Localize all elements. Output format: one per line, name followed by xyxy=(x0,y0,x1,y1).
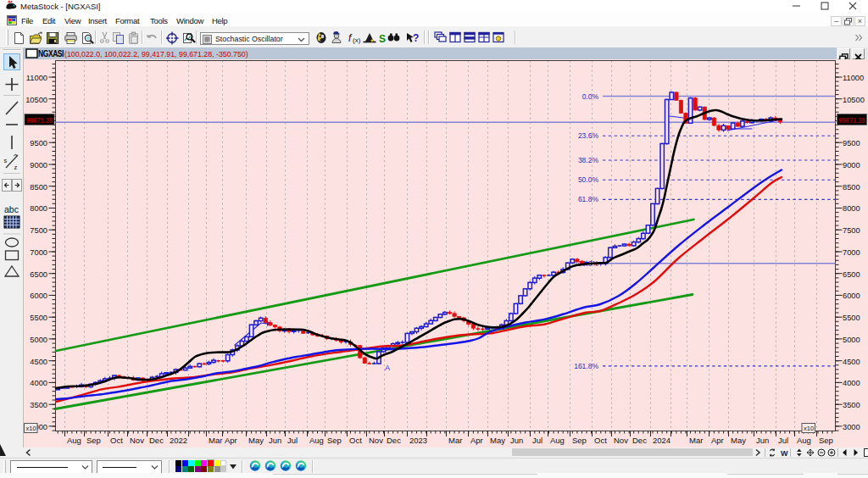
svg-text:May: May xyxy=(731,436,746,445)
svg-text:Apr: Apr xyxy=(711,436,724,445)
svg-text:Sep: Sep xyxy=(572,436,587,445)
svg-text:0.0%: 0.0% xyxy=(582,92,599,101)
svg-text:A: A xyxy=(385,364,390,372)
svg-text:2023: 2023 xyxy=(409,436,427,445)
svg-text:2022: 2022 xyxy=(170,436,187,445)
svg-text:Mar: Mar xyxy=(209,436,222,445)
svg-text:Mar: Mar xyxy=(448,436,462,445)
svg-text:9000: 9000 xyxy=(30,161,47,170)
svg-text:50.0%: 50.0% xyxy=(578,175,599,184)
svg-text:8500: 8500 xyxy=(843,183,860,192)
svg-text:Aug: Aug xyxy=(309,436,324,445)
svg-text:Jun: Jun xyxy=(756,436,769,445)
svg-text:Jul: Jul xyxy=(287,436,298,445)
svg-text:Apr: Apr xyxy=(225,436,237,445)
svg-text:Oct: Oct xyxy=(349,436,362,445)
svg-text:Mar: Mar xyxy=(689,436,703,445)
svg-text:(x): (x) xyxy=(353,36,361,44)
svg-text:3000: 3000 xyxy=(843,423,860,431)
svg-text:6000: 6000 xyxy=(843,292,860,300)
svg-text:May: May xyxy=(490,436,505,445)
svg-text:5500: 5500 xyxy=(843,314,860,322)
svg-text:May: May xyxy=(248,436,264,445)
svg-text:Nov: Nov xyxy=(130,436,144,445)
svg-text:Apr: Apr xyxy=(470,436,483,445)
svg-text:11000: 11000 xyxy=(843,74,864,82)
svg-text:?: ? xyxy=(413,32,419,44)
svg-text:5000: 5000 xyxy=(843,336,860,344)
svg-text:S: S xyxy=(379,33,386,45)
svg-text:4500: 4500 xyxy=(843,358,860,366)
svg-text:2024: 2024 xyxy=(653,436,670,445)
svg-text:161.8%: 161.8% xyxy=(574,362,598,370)
svg-text:Aug: Aug xyxy=(797,436,811,445)
svg-text:9500: 9500 xyxy=(843,139,860,147)
svg-text:Sep: Sep xyxy=(86,436,101,445)
svg-text:38.2%: 38.2% xyxy=(578,156,599,164)
svg-text:Jun: Jun xyxy=(510,436,523,445)
svg-text:6500: 6500 xyxy=(30,270,47,279)
svg-text:6000: 6000 xyxy=(30,292,47,300)
svg-text:Dec: Dec xyxy=(632,436,647,445)
svg-text:W: W xyxy=(781,449,788,458)
svg-text:7500: 7500 xyxy=(30,226,47,235)
svg-text:x10: x10 xyxy=(26,425,36,432)
svg-text:4000: 4000 xyxy=(843,379,860,387)
svg-text:s: s xyxy=(4,157,8,164)
svg-text:6500: 6500 xyxy=(843,270,860,279)
svg-text:99671.28: 99671.28 xyxy=(26,116,53,125)
svg-text:7000: 7000 xyxy=(843,248,860,257)
svg-text:11000: 11000 xyxy=(26,74,47,82)
svg-text:8000: 8000 xyxy=(30,204,47,213)
svg-text:10500: 10500 xyxy=(843,96,865,104)
svg-text:abc: abc xyxy=(4,204,19,214)
svg-text:61.8%: 61.8% xyxy=(578,195,599,203)
svg-text:Nov: Nov xyxy=(614,436,628,445)
svg-text:x10: x10 xyxy=(804,425,814,432)
svg-text:9000: 9000 xyxy=(843,161,860,170)
svg-text:Dec: Dec xyxy=(149,436,164,445)
svg-text:Jul: Jul xyxy=(532,436,542,445)
svg-text:Jun: Jun xyxy=(269,436,281,445)
svg-text:7000: 7000 xyxy=(30,248,47,257)
svg-text:7500: 7500 xyxy=(843,226,860,235)
svg-text:Nov: Nov xyxy=(369,436,383,445)
svg-text:10500: 10500 xyxy=(25,96,47,104)
svg-text:z: z xyxy=(14,164,18,171)
svg-text:23.6%: 23.6% xyxy=(578,131,599,140)
svg-text:9500: 9500 xyxy=(30,139,47,147)
svg-text:Jul: Jul xyxy=(778,436,788,445)
svg-text:5000: 5000 xyxy=(30,336,47,344)
svg-text:99671.28: 99671.28 xyxy=(839,116,865,125)
svg-text:Aug: Aug xyxy=(550,436,565,445)
svg-text:4500: 4500 xyxy=(30,358,47,366)
svg-text:Sep: Sep xyxy=(327,436,342,445)
svg-text:Dec: Dec xyxy=(387,436,401,445)
svg-text:Oct: Oct xyxy=(110,436,123,445)
svg-text:8000: 8000 xyxy=(843,204,860,213)
svg-text:Oct: Oct xyxy=(594,436,607,445)
svg-text:Aug: Aug xyxy=(67,436,81,445)
svg-text:Sep: Sep xyxy=(819,436,833,445)
svg-text:3500: 3500 xyxy=(30,401,47,409)
svg-text:3500: 3500 xyxy=(843,401,860,409)
svg-text:5500: 5500 xyxy=(30,314,47,322)
svg-text:8500: 8500 xyxy=(30,183,47,192)
svg-text:4000: 4000 xyxy=(30,379,47,387)
